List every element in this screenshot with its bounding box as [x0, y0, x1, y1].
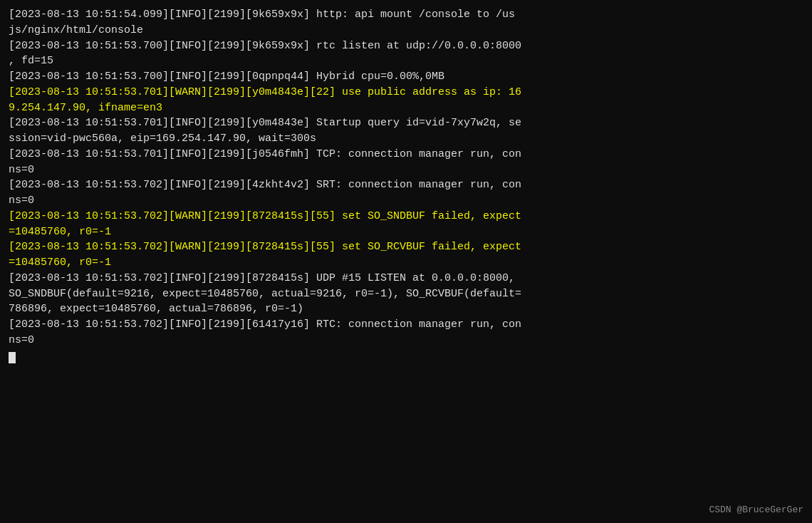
log-line: [2023-08-13 10:51:53.700][INFO][2199][9k…	[9, 38, 803, 70]
log-line: [2023-08-13 10:51:53.701][WARN][2199][y0…	[9, 85, 803, 116]
cursor	[9, 352, 16, 363]
terminal: [2023-08-13 10:51:54.099][INFO][2199][9k…	[0, 0, 812, 523]
log-line: [2023-08-13 10:51:53.701][INFO][2199][y0…	[9, 115, 803, 147]
log-line: [2023-08-13 10:51:53.702][INFO][2199][87…	[9, 271, 803, 317]
log-line: [2023-08-13 10:51:53.701][INFO][2199][j0…	[9, 147, 803, 178]
log-line: [2023-08-13 10:51:53.702][WARN][2199][87…	[9, 239, 803, 271]
watermark: CSDN @BruceGerGer	[709, 504, 803, 517]
log-line: [2023-08-13 10:51:54.099][INFO][2199][9k…	[9, 7, 803, 38]
log-line: [2023-08-13 10:51:53.702][INFO][2199][4z…	[9, 177, 803, 209]
log-line: [2023-08-13 10:51:53.702][INFO][2199][61…	[9, 317, 803, 348]
log-line: [2023-08-13 10:51:53.700][INFO][2199][0q…	[9, 69, 803, 85]
log-container: [2023-08-13 10:51:54.099][INFO][2199][9k…	[9, 7, 803, 348]
log-line: [2023-08-13 10:51:53.702][WARN][2199][87…	[9, 209, 803, 240]
